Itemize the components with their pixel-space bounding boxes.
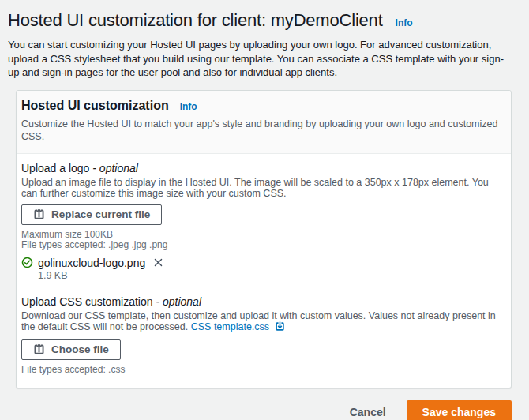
download-icon[interactable] bbox=[272, 323, 284, 334]
upload-icon bbox=[33, 343, 45, 355]
uploaded-file-row: golinuxcloud-logo.png bbox=[21, 257, 505, 269]
logo-constraints: Maximum size 100KB File types accepted: … bbox=[21, 230, 505, 250]
uploaded-file-name: golinuxcloud-logo.png bbox=[38, 257, 145, 269]
optional-tag: - optional bbox=[92, 162, 138, 174]
hosted-ui-customization-panel: Hosted UI customization Info Customize t… bbox=[16, 90, 512, 388]
upload-css-label: Upload CSS customization - optional bbox=[21, 295, 505, 308]
css-template-download-link[interactable]: CSS template.css bbox=[191, 321, 269, 332]
css-constraints: File types accepted: .css bbox=[21, 365, 505, 375]
page-description: You can start customizing your Hosted UI… bbox=[8, 38, 510, 80]
upload-logo-section: Upload a logo - optional Upload an image… bbox=[21, 162, 505, 281]
page-title-row: Hosted UI customization for client: myDe… bbox=[8, 10, 512, 31]
panel-title: Hosted UI customization bbox=[21, 99, 169, 113]
panel-header: Hosted UI customization Info Customize t… bbox=[17, 91, 511, 154]
upload-icon bbox=[33, 208, 45, 220]
upload-css-label-text: Upload CSS customization bbox=[21, 295, 153, 308]
choose-file-button[interactable]: Choose file bbox=[21, 339, 121, 360]
upload-logo-label: Upload a logo - optional bbox=[21, 162, 505, 174]
uploaded-file-size: 1.9 KB bbox=[38, 270, 505, 281]
page-title: Hosted UI customization for client: myDe… bbox=[8, 10, 383, 31]
panel-description: Customize the Hosted UI to match your ap… bbox=[21, 118, 505, 143]
footer-actions: Cancel Save changes bbox=[16, 400, 512, 420]
replace-current-file-button[interactable]: Replace current file bbox=[21, 204, 162, 225]
logo-constraint-types: File types accepted: .jpeg .jpg .png bbox=[21, 240, 505, 250]
css-constraint-types: File types accepted: .css bbox=[21, 365, 505, 375]
choose-file-label: Choose file bbox=[51, 343, 109, 355]
upload-css-section: Upload CSS customization - optional Down… bbox=[21, 295, 505, 375]
replace-current-file-label: Replace current file bbox=[51, 208, 150, 220]
cancel-button[interactable]: Cancel bbox=[350, 406, 386, 418]
upload-logo-description: Upload an image file to display in the H… bbox=[21, 177, 500, 199]
page-info-link[interactable]: Info bbox=[396, 17, 413, 28]
panel-body: Upload a logo - optional Upload an image… bbox=[17, 154, 511, 388]
optional-tag: - optional bbox=[156, 295, 201, 308]
logo-constraint-size: Maximum size 100KB bbox=[21, 230, 505, 240]
upload-css-description: Download our CSS template, then customiz… bbox=[21, 310, 500, 334]
panel-info-link[interactable]: Info bbox=[180, 101, 197, 112]
close-icon bbox=[153, 257, 163, 268]
save-changes-button[interactable]: Save changes bbox=[407, 400, 512, 420]
panel-title-row: Hosted UI customization Info bbox=[21, 99, 505, 113]
page-header: Hosted UI customization for client: myDe… bbox=[0, 0, 529, 80]
success-check-icon bbox=[21, 257, 33, 268]
upload-logo-label-text: Upload a logo bbox=[21, 162, 89, 174]
remove-file-button[interactable] bbox=[153, 257, 163, 268]
